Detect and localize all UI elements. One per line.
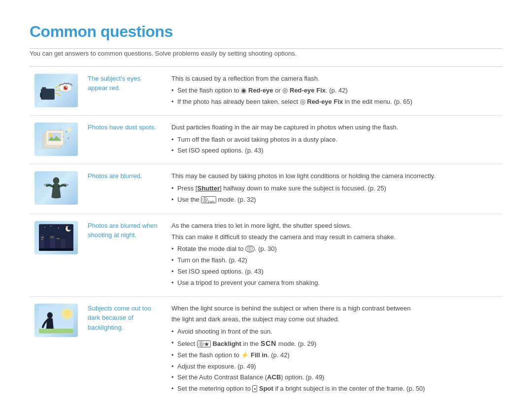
- faq-answer-dust: Dust particles floating in the air may b…: [166, 115, 502, 164]
- svg-point-26: [58, 228, 59, 229]
- svg-point-30: [67, 226, 71, 230]
- svg-rect-38: [42, 237, 43, 238]
- faq-row-backlight: Subjects come out too dark because of ba…: [30, 296, 502, 401]
- svg-rect-45: [39, 248, 73, 251]
- faq-image-blurred: [30, 164, 83, 214]
- faq-row-red-eye: The subject's eyes appear red. This is c…: [30, 67, 502, 116]
- svg-point-49: [65, 311, 70, 316]
- svg-point-16: [63, 136, 64, 137]
- svg-point-24: [44, 227, 45, 228]
- faq-answer-night: As the camera tries to let in more light…: [166, 214, 502, 296]
- svg-point-21: [67, 128, 71, 132]
- page-title: Common questions: [30, 20, 502, 43]
- faq-image-red-eye: [30, 67, 83, 116]
- page-subtitle: You can get answers to common questions.…: [30, 49, 502, 59]
- svg-point-19: [70, 134, 71, 135]
- faq-image-dust: [30, 115, 83, 164]
- faq-row-blurred: Photos are blurred. This may be caused b…: [30, 164, 502, 214]
- faq-image-backlight: [30, 296, 83, 401]
- faq-question-blurred: Photos are blurred.: [83, 164, 166, 214]
- svg-point-15: [66, 131, 67, 133]
- svg-point-20: [60, 129, 61, 130]
- svg-rect-42: [52, 237, 53, 238]
- faq-question-red-eye: The subject's eyes appear red.: [83, 67, 166, 116]
- svg-point-17: [67, 138, 69, 139]
- svg-rect-44: [59, 238, 60, 239]
- svg-rect-51: [39, 329, 73, 334]
- svg-point-25: [50, 226, 51, 227]
- svg-rect-41: [51, 237, 52, 238]
- faq-question-backlight: Subjects come out too dark because of ba…: [83, 296, 166, 401]
- svg-line-5: [55, 93, 60, 95]
- faq-answer-blurred: This may be caused by taking photos in l…: [166, 164, 502, 214]
- faq-row-night: Photos are blurred when shooting at nigh…: [30, 214, 502, 296]
- svg-point-14: [49, 134, 52, 137]
- svg-point-9: [66, 87, 66, 88]
- faq-question-night: Photos are blurred when shooting at nigh…: [83, 214, 166, 296]
- svg-point-18: [65, 142, 66, 143]
- svg-point-22: [53, 177, 60, 184]
- svg-rect-39: [43, 237, 44, 238]
- faq-image-night: [30, 214, 83, 296]
- svg-point-50: [47, 312, 53, 319]
- svg-rect-0: [41, 89, 55, 99]
- svg-rect-2: [40, 93, 42, 97]
- svg-rect-40: [42, 239, 43, 240]
- faq-question-dust: Photos have dust spots.: [83, 115, 166, 164]
- faq-table: The subject's eyes appear red. This is c…: [30, 67, 502, 401]
- faq-answer-red-eye: This is caused by a reflection from the …: [166, 67, 502, 116]
- svg-rect-43: [57, 238, 58, 239]
- faq-answer-backlight: When the light source is behind the subj…: [166, 296, 502, 401]
- faq-row-dust: Photos have dust spots. Dust particles f…: [30, 115, 502, 164]
- svg-rect-1: [42, 87, 46, 90]
